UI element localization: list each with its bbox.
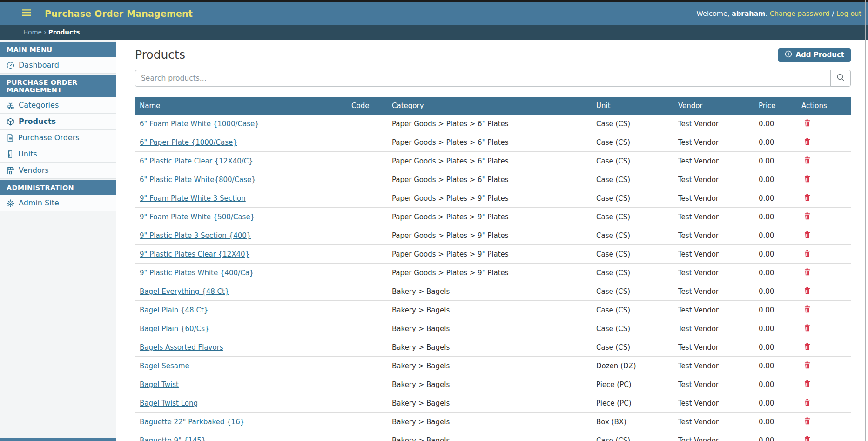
delete-button[interactable]	[801, 305, 811, 314]
product-name-link[interactable]: 6" Paper Plate {1000/Case}	[140, 138, 237, 147]
sidebar-item-units[interactable]: Units	[0, 146, 116, 163]
product-vendor: Test Vendor	[673, 338, 754, 357]
product-actions-cell	[797, 375, 851, 394]
sidebar-item-categories[interactable]: Categories	[0, 97, 116, 114]
column-header-name: Name	[135, 97, 347, 115]
sidebar-bottom-bar	[0, 438, 116, 441]
product-vendor: Test Vendor	[673, 413, 754, 431]
product-price: 0.00	[754, 282, 797, 301]
product-name-link[interactable]: 6" Foam Plate White {1000/Case}	[140, 120, 259, 128]
product-name-cell: 9" Foam Plate White {500/Case}	[135, 208, 347, 226]
sidebar-item-dashboard[interactable]: Dashboard	[0, 57, 116, 74]
breadcrumb-home-link[interactable]: Home	[23, 28, 42, 36]
product-name-link[interactable]: 9" Foam Plate White 3 Section	[140, 194, 246, 203]
product-name-link[interactable]: Bagel Sesame	[140, 362, 189, 370]
sidebar-item-purchase-orders[interactable]: Purchase Orders	[0, 130, 116, 146]
trash-icon	[804, 231, 811, 240]
logout-link[interactable]: Log out	[836, 10, 861, 17]
welcome-text: Welcome,	[697, 10, 732, 17]
sidebar-item-products[interactable]: Products	[0, 114, 116, 130]
product-name-cell: 6" Plastic Plate White{800/Case}	[135, 170, 347, 189]
product-unit: Case (CS)	[592, 301, 673, 319]
product-name-link[interactable]: 6" Plastic Plate White{800/Case}	[140, 176, 256, 184]
sidebar-item-vendors[interactable]: Vendors	[0, 163, 116, 179]
search-button[interactable]	[830, 70, 851, 87]
product-price: 0.00	[754, 208, 797, 226]
delete-button[interactable]	[801, 324, 811, 333]
delete-button[interactable]	[801, 380, 811, 389]
product-price: 0.00	[754, 170, 797, 189]
product-vendor: Test Vendor	[673, 133, 754, 152]
delete-button[interactable]	[801, 175, 811, 184]
product-unit: Piece (PC)	[592, 375, 673, 394]
product-name-cell: 6" Foam Plate White {1000/Case}	[135, 115, 347, 133]
product-name-link[interactable]: Bagels Assorted Flavors	[140, 343, 223, 352]
breadcrumb-current: Products	[48, 28, 80, 36]
welcome-punctuation: .	[765, 10, 769, 17]
delete-button[interactable]	[801, 287, 811, 296]
products-table: NameCodeCategoryUnitVendorPriceActions 6…	[135, 97, 851, 441]
delete-button[interactable]	[801, 119, 811, 128]
product-code	[347, 394, 387, 413]
hamburger-icon	[21, 7, 32, 19]
product-name-link[interactable]: 9" Foam Plate White {500/Case}	[140, 213, 255, 221]
product-name-link[interactable]: Baguette 9" {145}	[140, 436, 206, 441]
search-input[interactable]	[135, 70, 831, 87]
product-actions-cell	[797, 245, 851, 264]
product-name-link[interactable]: Bagel Everything {48 Ct}	[140, 287, 229, 296]
product-price: 0.00	[754, 338, 797, 357]
product-price: 0.00	[754, 375, 797, 394]
product-vendor: Test Vendor	[673, 115, 754, 133]
delete-button[interactable]	[801, 212, 811, 221]
product-category: Bakery > Bagels	[387, 375, 592, 394]
scrollbar-track[interactable]	[865, 0, 866, 441]
trash-icon	[804, 343, 811, 352]
delete-button[interactable]	[801, 399, 811, 407]
add-product-button[interactable]: Add Product	[778, 48, 851, 62]
delete-button[interactable]	[801, 361, 811, 370]
product-name-link[interactable]: 9" Plastic Plates Clear {12X40}	[140, 250, 249, 258]
product-unit: Case (CS)	[592, 133, 673, 152]
delete-button[interactable]	[801, 156, 811, 165]
delete-button[interactable]	[801, 231, 811, 240]
delete-button[interactable]	[801, 268, 811, 277]
product-vendor: Test Vendor	[673, 226, 754, 245]
product-name-link[interactable]: Bagel Plain {60/Cs}	[140, 325, 209, 333]
delete-button[interactable]	[801, 138, 811, 147]
product-name-link[interactable]: Bagel Twist	[140, 380, 179, 389]
product-category: Bakery > Bagels	[387, 357, 592, 375]
delete-button[interactable]	[801, 436, 811, 441]
product-name-link[interactable]: Bagel Plain {48 Ct}	[140, 306, 208, 314]
product-name-link[interactable]: Baguette 22" Parkbaked {16}	[140, 418, 244, 426]
product-vendor: Test Vendor	[673, 394, 754, 413]
product-category: Paper Goods > Plates > 6" Plates	[387, 170, 592, 189]
product-name-link[interactable]: Bagel Twist Long	[140, 399, 198, 407]
product-name-cell: Baguette 22" Parkbaked {16}	[135, 413, 347, 431]
product-name-link[interactable]: 9" Plastic Plates White {400/Ca}	[140, 269, 254, 277]
trash-icon	[804, 324, 811, 333]
sidebar-item-admin-site[interactable]: Admin Site	[0, 195, 116, 211]
product-category: Bakery > Bagels	[387, 319, 592, 338]
sidebar-item-label: Purchase Orders	[18, 133, 80, 142]
table-row: Baguette 22" Parkbaked {16}Bakery > Bage…	[135, 413, 851, 431]
product-price: 0.00	[754, 431, 797, 441]
change-password-link[interactable]: Change password	[770, 10, 830, 17]
product-price: 0.00	[754, 394, 797, 413]
sidebar: MAIN MENUDashboardPURCHASE ORDER MANAGEM…	[0, 40, 116, 441]
product-vendor: Test Vendor	[673, 431, 754, 441]
product-category: Paper Goods > Plates > 9" Plates	[387, 245, 592, 264]
delete-button[interactable]	[801, 250, 811, 258]
product-code	[347, 226, 387, 245]
product-name-link[interactable]: 6" Plastic Plate Clear {12X40/C}	[140, 157, 253, 165]
delete-button[interactable]	[801, 194, 811, 203]
trash-icon	[804, 119, 811, 128]
hamburger-menu-button[interactable]	[20, 7, 33, 20]
product-code	[347, 133, 387, 152]
column-header-vendor: Vendor	[673, 97, 754, 115]
delete-button[interactable]	[801, 343, 811, 352]
delete-button[interactable]	[801, 417, 811, 426]
product-unit: Dozen (DZ)	[592, 357, 673, 375]
table-row: Bagel Everything {48 Ct}Bakery > BagelsC…	[135, 282, 851, 301]
product-name-link[interactable]: 9" Plastic Plate 3 Section {400}	[140, 231, 251, 240]
product-code	[347, 375, 387, 394]
